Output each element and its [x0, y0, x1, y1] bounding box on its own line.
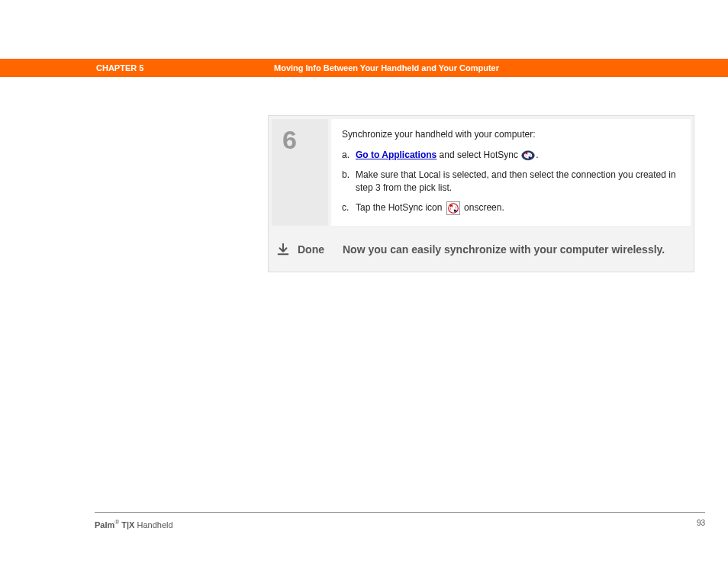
- substep-b: b. Make sure that Local is selected, and…: [342, 169, 680, 195]
- footer-rule: [95, 512, 705, 513]
- substep-a-tail: .: [536, 150, 538, 160]
- done-text: Now you can easily synchronize with your…: [343, 243, 665, 256]
- page-number: 93: [697, 519, 705, 527]
- footer-brand: Palm® T|X Handheld: [95, 519, 173, 529]
- substep-a-after: and select HotSync: [436, 150, 520, 160]
- done-row: Done Now you can easily synchronize with…: [269, 229, 694, 272]
- substep-letter: c.: [342, 201, 356, 215]
- substep-c: c. Tap the HotSync icon onscreen.: [342, 201, 680, 215]
- footer-suffix: Handheld: [134, 520, 172, 529]
- step-intro: Synchronize your handheld with your comp…: [342, 128, 680, 141]
- chapter-label: CHAPTER 5: [96, 63, 274, 72]
- step-number: 6: [282, 127, 317, 153]
- step-body: Synchronize your handheld with your comp…: [331, 119, 691, 226]
- section-title: Moving Info Between Your Handheld and Yo…: [274, 63, 499, 72]
- hotsync-square-icon: [446, 201, 460, 215]
- footer-model: T|X: [119, 520, 134, 529]
- step-number-box: 6: [272, 119, 328, 226]
- substep-c-before: Tap the HotSync icon: [356, 202, 445, 213]
- step-row: 6 Synchronize your handheld with your co…: [269, 116, 694, 229]
- footer-palm: Palm: [95, 520, 114, 529]
- substep-text: Make sure that Local is selected, and th…: [356, 169, 680, 195]
- substep-c-after: onscreen.: [462, 202, 504, 213]
- go-to-applications-link[interactable]: Go to Applications: [356, 150, 436, 160]
- chapter-header: CHAPTER 5 Moving Info Between Your Handh…: [0, 59, 728, 77]
- substep-text: Tap the HotSync icon onscreen.: [356, 201, 680, 215]
- download-arrow-icon: [276, 243, 290, 256]
- substep-text: Go to Applications and select HotSync .: [356, 149, 680, 162]
- substep-letter: a.: [342, 149, 356, 162]
- svg-point-1: [524, 153, 533, 159]
- substep-letter: b.: [342, 169, 356, 195]
- done-label: Done: [298, 243, 324, 256]
- substeps-list: a. Go to Applications and select HotSync…: [342, 149, 680, 214]
- hotsync-oval-icon: [521, 150, 535, 161]
- substep-a: a. Go to Applications and select HotSync…: [342, 149, 680, 162]
- instruction-card: 6 Synchronize your handheld with your co…: [268, 115, 694, 272]
